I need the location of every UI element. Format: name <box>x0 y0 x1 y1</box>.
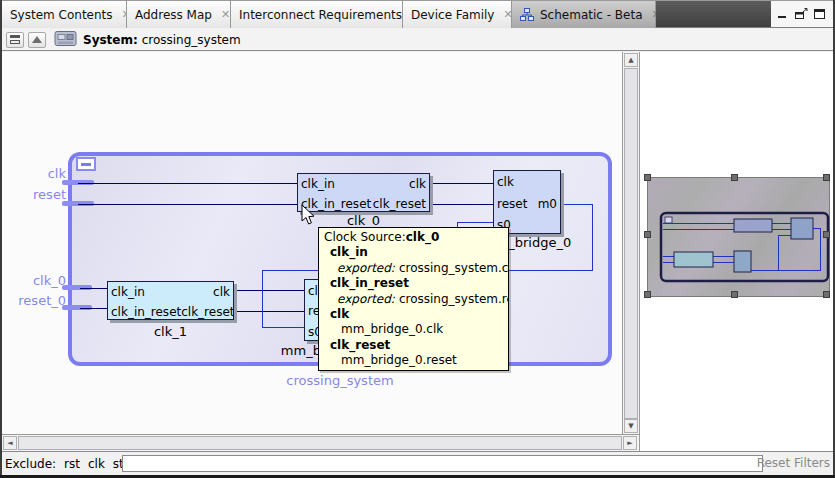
tooltip-port: clk_reset <box>324 338 503 353</box>
exported-port-clk[interactable]: clk <box>6 166 66 181</box>
port-reset[interactable]: reset <box>497 197 527 211</box>
overview-mini-schematic <box>648 178 831 296</box>
exported-port-reset_0[interactable]: reset_0 <box>6 293 66 308</box>
exported-port-reset[interactable]: reset <box>6 187 66 202</box>
system-caption: crossing_system <box>240 373 440 388</box>
port-clk_reset[interactable]: clk_reset <box>373 197 426 211</box>
overview-viewport[interactable] <box>647 177 830 297</box>
block-mm_bridge_0[interactable]: clk reset m0 s0 <box>493 170 561 234</box>
port-clk_reset[interactable]: clk_reset <box>181 305 234 319</box>
block-label-clk_1: clk_1 <box>107 324 234 339</box>
port-m0[interactable]: m0 <box>538 197 557 211</box>
scroll-down-icon[interactable]: ▼ <box>624 419 638 433</box>
vertical-scroll-thumb[interactable] <box>624 68 638 419</box>
mouse-cursor-icon <box>301 204 316 230</box>
overview-panel <box>640 52 833 451</box>
export-view-button[interactable] <box>6 32 24 48</box>
system-label: System: <box>83 33 138 47</box>
selection-handle[interactable] <box>644 291 651 298</box>
exclude-filter-input[interactable] <box>122 455 763 472</box>
tab-system-contents[interactable]: System Contents ✕ <box>2 1 127 28</box>
selection-handle[interactable] <box>823 174 830 181</box>
selection-handle[interactable] <box>644 231 651 238</box>
float-window-icon[interactable] <box>793 7 808 22</box>
selection-handle[interactable] <box>731 291 738 298</box>
port-clk[interactable]: clk <box>497 175 514 189</box>
move-up-button[interactable] <box>28 32 46 48</box>
port-clk_in_reset[interactable]: clk_in_reset <box>111 305 181 319</box>
app-window: System Contents ✕ Address Map ✕ Intercon… <box>0 0 835 478</box>
selection-handle[interactable] <box>823 291 830 298</box>
tooltip-port: clk <box>324 307 503 322</box>
block-label-clk_0: clk_0 <box>297 213 430 228</box>
port-tick <box>62 180 94 185</box>
block-clk_0[interactable]: clk_in clk clk_in_reset clk_reset <box>297 173 430 212</box>
tooltip-detail: mm_bridge_0.reset <box>324 353 503 368</box>
tab-label: Address Map <box>135 8 212 22</box>
tooltip-title: Clock Source:clk_0 <box>324 230 503 245</box>
port-clk[interactable]: clk <box>213 285 230 299</box>
tab-label: Schematic - Beta <box>540 8 643 22</box>
port-tick <box>62 201 94 206</box>
tab-address-map[interactable]: Address Map ✕ <box>127 1 231 28</box>
vertical-scrollbar[interactable]: ▲ ▼ <box>622 52 639 434</box>
tooltip-port: clk_in_reset <box>324 276 503 291</box>
clock-source-tooltip: Clock Source:clk_0 clk_in exported:cross… <box>318 227 509 371</box>
close-icon[interactable]: ✕ <box>221 9 230 20</box>
system-module-icon <box>54 29 77 51</box>
reset-filters-button[interactable]: Reset Filters <box>757 456 830 470</box>
block-clk_1[interactable]: clk_in clk clk_in_reset clk_reset <box>107 281 234 320</box>
tab-bar-filler <box>656 1 771 27</box>
tooltip-detail: exported:crossing_system.reset <box>324 292 503 307</box>
tooltip-detail: exported:crossing_system.clk <box>324 261 503 276</box>
horizontal-scroll-thumb[interactable] <box>18 436 622 450</box>
filter-bar: Exclude: rst clk st mm Reset Filters <box>0 451 835 475</box>
schematic-icon <box>520 8 534 21</box>
pane-divider[interactable] <box>639 52 640 451</box>
filter-token-rst[interactable]: rst <box>64 457 80 471</box>
window-border-top <box>0 0 835 1</box>
tab-schematic-beta[interactable]: Schematic - Beta ✕ <box>512 1 656 28</box>
tab-label: Interconnect Requirements <box>239 8 402 22</box>
filter-token-clk[interactable]: clk <box>88 457 105 471</box>
exclude-label: Exclude: <box>5 457 56 471</box>
scroll-left-icon[interactable]: ◄ <box>3 436 17 450</box>
schematic-toolbar: System: crossing_system <box>2 29 833 51</box>
selection-handle[interactable] <box>823 231 830 238</box>
exported-port-clk_0[interactable]: clk_0 <box>6 273 66 288</box>
minimize-icon[interactable] <box>774 7 789 22</box>
scroll-right-icon[interactable]: ► <box>623 436 637 450</box>
collapse-system-button[interactable] <box>76 157 96 171</box>
tab-interconnect-requirements[interactable]: Interconnect Requirements ✕ <box>231 1 403 28</box>
scroll-up-icon[interactable]: ▲ <box>624 53 638 67</box>
selection-handle[interactable] <box>644 174 651 181</box>
selection-handle[interactable] <box>731 174 738 181</box>
port-clk_in[interactable]: clk_in <box>111 285 145 299</box>
tab-device-family[interactable]: Device Family ✕ <box>403 1 512 28</box>
maximize-icon[interactable] <box>812 7 827 22</box>
system-name: crossing_system <box>142 33 241 47</box>
tab-label: Device Family <box>411 8 494 22</box>
tooltip-detail: mm_bridge_0.clk <box>324 322 503 337</box>
window-controls <box>771 1 833 27</box>
tab-bar: System Contents ✕ Address Map ✕ Intercon… <box>2 1 833 28</box>
tab-label: System Contents <box>10 8 113 22</box>
port-tick <box>62 285 92 290</box>
system-title: System: crossing_system <box>83 33 241 47</box>
window-border-left <box>0 0 2 478</box>
port-clk[interactable]: clk <box>409 177 426 191</box>
port-clk_in[interactable]: clk_in <box>301 177 335 191</box>
port-tick <box>62 305 92 310</box>
horizontal-scrollbar[interactable]: ◄ ► <box>2 434 639 451</box>
tooltip-port: clk_in <box>324 245 503 260</box>
